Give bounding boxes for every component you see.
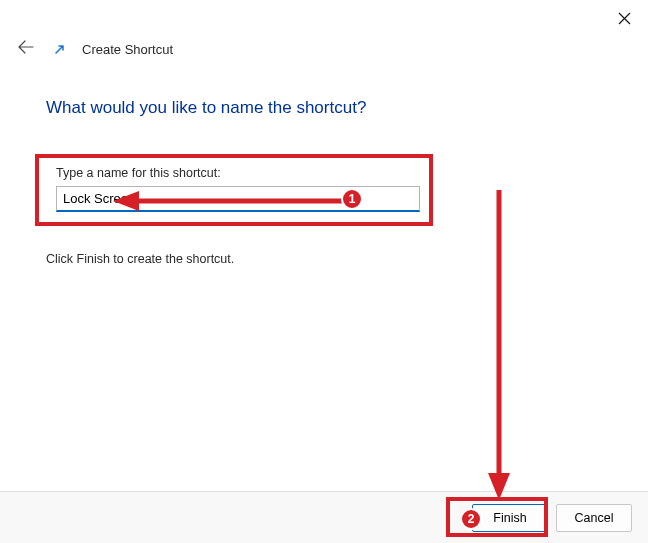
shortcut-name-label: Type a name for this shortcut: — [56, 166, 592, 180]
shortcut-name-group: Type a name for this shortcut: — [46, 158, 602, 222]
shortcut-icon — [52, 42, 66, 56]
wizard-header: Create Shortcut — [0, 36, 648, 68]
titlebar — [0, 0, 648, 36]
close-icon — [618, 12, 631, 25]
window-title: Create Shortcut — [82, 42, 173, 57]
wizard-content: What would you like to name the shortcut… — [0, 68, 648, 266]
cancel-button[interactable]: Cancel — [556, 504, 632, 532]
finish-button[interactable]: Finish — [472, 504, 548, 532]
page-heading: What would you like to name the shortcut… — [46, 98, 602, 118]
back-button[interactable] — [18, 40, 36, 58]
back-arrow-icon — [18, 40, 34, 54]
help-text: Click Finish to create the shortcut. — [46, 252, 602, 266]
close-button[interactable] — [614, 8, 634, 28]
shortcut-name-input[interactable] — [56, 186, 420, 212]
wizard-footer: Finish Cancel — [0, 491, 648, 543]
